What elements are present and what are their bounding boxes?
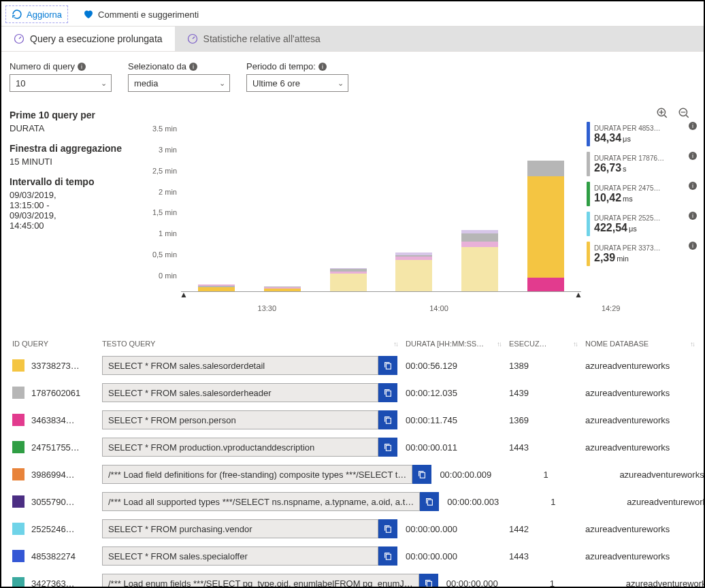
copy-icon	[383, 442, 393, 452]
query-text-input[interactable]: SELECT * FROM sales.salesorderheader	[102, 383, 378, 402]
cell-executions: 1442	[509, 524, 577, 534]
select-num-queries[interactable]: 10⌄	[10, 74, 112, 92]
col-executions[interactable]: ESECUZ…↑↓	[509, 340, 577, 348]
legend-item[interactable]: DURATA PER 3373… 2,39min i	[587, 242, 697, 266]
sort-icon: ↑↓	[497, 340, 501, 348]
table-row[interactable]: 2525246… SELECT * FROM purchasing.vendor…	[10, 515, 697, 542]
bar[interactable]	[264, 287, 301, 291]
legend-item[interactable]: DURATA PER 2525… 422,54μs i	[587, 212, 697, 236]
agg-window-value: 15 MINUTI	[10, 157, 139, 167]
table-body: 33738273… SELECT * FROM sales.salesorder…	[10, 352, 697, 588]
select-time-period[interactable]: Ultime 6 ore⌄	[246, 74, 348, 92]
cell-duration: 00:00:00.000	[446, 578, 542, 589]
copy-button[interactable]	[378, 438, 397, 457]
cell-duration: 00:00:12.035	[406, 388, 501, 398]
sort-icon: ↑↓	[690, 340, 694, 348]
query-text-input[interactable]: /*** Load field definitions for (free-st…	[102, 465, 412, 484]
cell-database: azureadventureworks	[585, 524, 694, 534]
copy-button[interactable]	[412, 465, 431, 484]
copy-icon	[383, 361, 393, 370]
info-icon[interactable]: i	[689, 122, 697, 130]
bar[interactable]	[395, 252, 432, 291]
color-swatch	[12, 468, 24, 480]
top-queries-value: DURATA	[10, 123, 139, 133]
query-text-input[interactable]: SELECT * FROM purchasing.vendor	[102, 519, 378, 538]
legend-item[interactable]: DURATA PER 4853… 84,34μs i	[587, 122, 697, 146]
bar[interactable]	[330, 268, 367, 292]
time-range-title: Intervallo di tempo	[10, 176, 139, 187]
bar[interactable]	[198, 284, 235, 291]
table-row[interactable]: 3055790… /*** Load all supported types *…	[10, 488, 697, 515]
table-row[interactable]: 33738273… SELECT * FROM sales.salesorder…	[10, 352, 697, 379]
table-row[interactable]: 3463834… SELECT * FROM person.person 00:…	[10, 406, 697, 434]
tab-long-running-queries[interactable]: Query a esecuzione prolungata	[1, 27, 175, 51]
query-text-input[interactable]: SELECT * FROM sales.salesorderdetail	[102, 356, 378, 375]
zoom-in-icon[interactable]	[656, 107, 668, 119]
copy-icon	[424, 578, 433, 588]
info-icon[interactable]: i	[689, 212, 697, 220]
cell-database: azureadventureworks	[585, 388, 694, 398]
main-area: Prime 10 query per DURATA Finestra di ag…	[1, 96, 704, 312]
bar[interactable]	[461, 230, 498, 291]
chevron-down-icon: ⌄	[338, 79, 344, 88]
table-row[interactable]: 24751755… SELECT * FROM production.vprod…	[10, 434, 697, 461]
cell-duration: 00:00:56.129	[406, 361, 501, 371]
cell-executions: 1389	[509, 361, 577, 371]
svg-rect-5	[386, 391, 391, 396]
cell-database: azureadventureworks	[619, 470, 705, 480]
chart-panel: 3.5 min3 min2,5 min2 min1,5 min1 min0,5 …	[146, 107, 697, 312]
info-icon[interactable]: i	[689, 182, 697, 190]
field-selected-by: Selezionato da i media⌄	[128, 61, 230, 92]
legend-item[interactable]: DURATA PER 17876… 26,73s i	[587, 152, 697, 176]
feedback-button[interactable]: Commenti e suggerimenti	[78, 6, 204, 22]
copy-icon	[383, 524, 393, 534]
bar[interactable]	[527, 161, 564, 291]
table-row[interactable]: 485382274 SELECT * FROM sales.specialoff…	[10, 542, 697, 570]
query-text-input[interactable]: SELECT * FROM person.person	[102, 410, 378, 429]
copy-button[interactable]	[378, 546, 397, 566]
color-swatch	[12, 359, 24, 372]
select-selected-by[interactable]: media⌄	[128, 74, 230, 92]
query-text-input[interactable]: /*** Load enum fields ***/SELECT pg_type…	[102, 574, 419, 588]
table-row[interactable]: 3427363… /*** Load enum fields ***/SELEC…	[10, 570, 697, 588]
color-swatch	[12, 523, 24, 535]
info-icon[interactable]: i	[689, 242, 697, 250]
color-swatch	[12, 495, 24, 508]
app-root: Aggiorna Commenti e suggerimenti Query a…	[0, 0, 705, 588]
tab-bar: Query a esecuzione prolungata Statistich…	[1, 26, 704, 52]
refresh-button[interactable]: Aggiorna	[5, 5, 68, 23]
heart-icon	[83, 9, 94, 20]
query-text-input[interactable]: /*** Load all supported types ***/SELECT…	[102, 492, 420, 511]
chart-plot[interactable]: ▲ ▲	[181, 122, 581, 292]
copy-button[interactable]	[420, 492, 439, 511]
tab-wait-statistics[interactable]: Statistiche relative all'attesa	[175, 27, 704, 51]
info-icon[interactable]: i	[318, 63, 327, 71]
col-text[interactable]: TESTO QUERY↑↓	[102, 340, 397, 348]
copy-button[interactable]	[378, 356, 397, 375]
table-row[interactable]: 1787602061 SELECT * FROM sales.salesorde…	[10, 379, 697, 406]
info-icon[interactable]: i	[189, 63, 197, 71]
refresh-label: Aggiorna	[27, 10, 62, 20]
copy-icon	[383, 415, 393, 425]
table-row[interactable]: 3986994… /*** Load field definitions for…	[10, 461, 697, 488]
zoom-out-icon[interactable]	[678, 107, 690, 119]
legend-item[interactable]: DURATA PER 2475… 10,42ms i	[587, 182, 697, 206]
cell-duration: 00:00:00.000	[406, 551, 501, 561]
copy-button[interactable]	[378, 410, 397, 429]
cell-database: azureadventureworks	[626, 578, 705, 589]
copy-button[interactable]	[419, 574, 438, 588]
col-id[interactable]: ID QUERY	[12, 340, 94, 348]
col-database[interactable]: NOME DATABASE↑↓	[585, 340, 694, 348]
copy-button[interactable]	[378, 383, 397, 402]
agg-window-title: Finestra di aggregazione	[10, 143, 139, 154]
time-range-value: 09/03/2019, 13:15:00 - 09/03/2019, 14:45…	[10, 190, 139, 231]
color-swatch	[12, 387, 24, 399]
query-text-input[interactable]: SELECT * FROM sales.specialoffer	[102, 546, 378, 566]
info-icon[interactable]: i	[78, 63, 86, 71]
range-marker-right[interactable]: ▲	[574, 290, 583, 299]
range-marker-left[interactable]: ▲	[180, 290, 188, 299]
info-icon[interactable]: i	[689, 152, 697, 160]
query-text-input[interactable]: SELECT * FROM production.vproductanddesc…	[102, 438, 378, 457]
copy-button[interactable]	[378, 519, 397, 538]
col-duration[interactable]: DURATA [HH:MM:SS…↑↓	[406, 340, 501, 348]
